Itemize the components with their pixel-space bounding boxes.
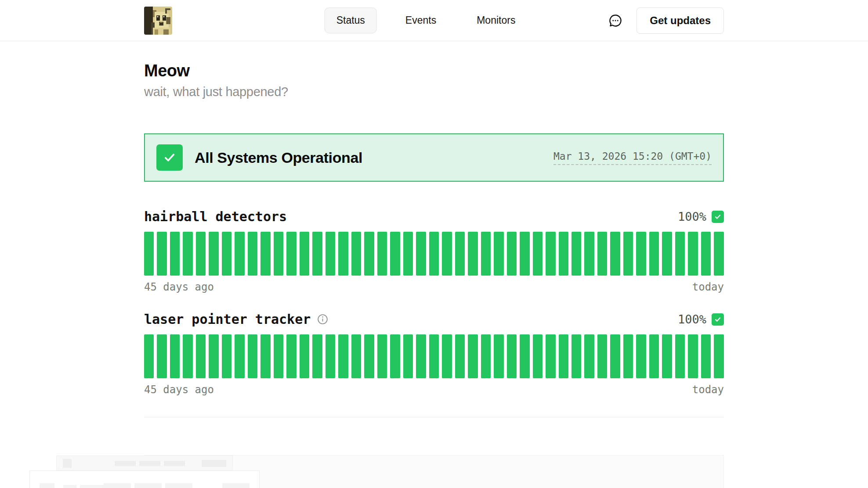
uptime-day-bar[interactable] xyxy=(144,334,154,378)
uptime-day-bar[interactable] xyxy=(675,232,685,276)
uptime-day-bar[interactable] xyxy=(274,232,283,276)
uptime-day-bar[interactable] xyxy=(636,334,646,378)
uptime-day-bar[interactable] xyxy=(675,334,685,378)
uptime-day-bar[interactable] xyxy=(442,232,452,276)
uptime-day-bar[interactable] xyxy=(442,334,452,378)
uptime-day-bar[interactable] xyxy=(183,232,192,276)
uptime-day-bar[interactable] xyxy=(468,232,477,276)
uptime-day-bar[interactable] xyxy=(260,334,270,378)
uptime-day-bar[interactable] xyxy=(559,232,568,276)
uptime-day-bar[interactable] xyxy=(455,232,465,276)
uptime-day-bar[interactable] xyxy=(260,232,270,276)
uptime-day-bar[interactable] xyxy=(429,232,439,276)
uptime-day-bar[interactable] xyxy=(170,334,180,378)
uptime-day-bar[interactable] xyxy=(571,232,581,276)
uptime-day-bar[interactable] xyxy=(416,232,426,276)
uptime-day-bar[interactable] xyxy=(701,334,711,378)
uptime-day-bar[interactable] xyxy=(326,334,335,378)
uptime-day-bar[interactable] xyxy=(688,334,698,378)
uptime-day-bar[interactable] xyxy=(312,334,322,378)
uptime-day-bar[interactable] xyxy=(455,334,465,378)
uptime-day-bar[interactable] xyxy=(623,232,633,276)
uptime-day-bar[interactable] xyxy=(559,334,568,378)
shocked-cat-logo[interactable] xyxy=(144,7,172,35)
uptime-day-bar[interactable] xyxy=(403,334,413,378)
range-start-label: 45 days ago xyxy=(144,281,214,293)
uptime-day-bar[interactable] xyxy=(714,232,723,276)
uptime-day-bar[interactable] xyxy=(429,334,439,378)
uptime-day-bar[interactable] xyxy=(300,232,309,276)
uptime-day-bar[interactable] xyxy=(364,334,374,378)
tab-status[interactable]: Status xyxy=(325,7,377,33)
info-icon[interactable] xyxy=(317,313,329,325)
uptime-day-bar[interactable] xyxy=(157,232,166,276)
uptime-day-bar[interactable] xyxy=(520,334,529,378)
uptime-day-bar[interactable] xyxy=(533,232,542,276)
uptime-day-bar[interactable] xyxy=(274,334,283,378)
uptime-day-bar[interactable] xyxy=(649,232,659,276)
uptime-day-bar[interactable] xyxy=(183,334,192,378)
uptime-day-bar[interactable] xyxy=(584,334,594,378)
speech-bubble-dots-icon xyxy=(608,13,623,28)
uptime-day-bar[interactable] xyxy=(636,232,646,276)
uptime-day-bar[interactable] xyxy=(494,232,503,276)
uptime-day-bar[interactable] xyxy=(144,232,154,276)
uptime-day-bar[interactable] xyxy=(196,334,206,378)
uptime-day-bar[interactable] xyxy=(326,232,335,276)
uptime-day-bar[interactable] xyxy=(377,334,387,378)
uptime-day-bar[interactable] xyxy=(338,334,348,378)
uptime-day-bar[interactable] xyxy=(196,232,206,276)
uptime-day-bar[interactable] xyxy=(235,334,244,378)
uptime-day-bar[interactable] xyxy=(170,232,180,276)
uptime-day-bar[interactable] xyxy=(546,334,555,378)
uptime-day-bar[interactable] xyxy=(714,334,723,378)
uptime-day-bar[interactable] xyxy=(507,334,517,378)
uptime-day-bar[interactable] xyxy=(623,334,633,378)
uptime-day-bar[interactable] xyxy=(222,232,231,276)
uptime-day-bar[interactable] xyxy=(494,334,503,378)
tab-monitors[interactable]: Monitors xyxy=(465,7,527,33)
uptime-day-bar[interactable] xyxy=(300,334,309,378)
uptime-day-bar[interactable] xyxy=(209,232,218,276)
uptime-day-bar[interactable] xyxy=(597,232,607,276)
tab-events[interactable]: Events xyxy=(394,7,448,33)
uptime-day-bar[interactable] xyxy=(533,334,542,378)
uptime-day-bar[interactable] xyxy=(312,232,322,276)
uptime-day-bar[interactable] xyxy=(222,334,231,378)
uptime-day-bar[interactable] xyxy=(390,334,400,378)
uptime-day-bar[interactable] xyxy=(481,232,491,276)
uptime-day-bar[interactable] xyxy=(649,334,659,378)
banner-timestamp[interactable]: Mar 13, 2026 15:20 (GMT+0) xyxy=(553,151,712,165)
uptime-day-bar[interactable] xyxy=(546,232,555,276)
uptime-day-bar[interactable] xyxy=(468,334,477,378)
uptime-day-bar[interactable] xyxy=(248,232,257,276)
uptime-day-bar[interactable] xyxy=(403,232,413,276)
uptime-day-bar[interactable] xyxy=(286,232,296,276)
uptime-day-bar[interactable] xyxy=(481,334,491,378)
uptime-day-bar[interactable] xyxy=(610,232,620,276)
uptime-day-bar[interactable] xyxy=(248,334,257,378)
uptime-day-bar[interactable] xyxy=(351,334,361,378)
uptime-day-bar[interactable] xyxy=(571,334,581,378)
uptime-day-bar[interactable] xyxy=(520,232,529,276)
uptime-day-bar[interactable] xyxy=(351,232,361,276)
uptime-day-bar[interactable] xyxy=(597,334,607,378)
uptime-day-bar[interactable] xyxy=(157,334,166,378)
uptime-day-bar[interactable] xyxy=(209,334,218,378)
uptime-day-bar[interactable] xyxy=(584,232,594,276)
get-updates-button[interactable]: Get updates xyxy=(637,7,724,34)
uptime-day-bar[interactable] xyxy=(701,232,711,276)
uptime-day-bar[interactable] xyxy=(610,334,620,378)
uptime-day-bar[interactable] xyxy=(416,334,426,378)
uptime-day-bar[interactable] xyxy=(688,232,698,276)
uptime-day-bar[interactable] xyxy=(364,232,374,276)
uptime-day-bar[interactable] xyxy=(286,334,296,378)
uptime-day-bar[interactable] xyxy=(662,232,672,276)
uptime-day-bar[interactable] xyxy=(507,232,517,276)
uptime-day-bar[interactable] xyxy=(390,232,400,276)
feedback-chat-button[interactable] xyxy=(608,13,623,29)
uptime-day-bar[interactable] xyxy=(662,334,672,378)
uptime-day-bar[interactable] xyxy=(338,232,348,276)
uptime-day-bar[interactable] xyxy=(235,232,244,276)
uptime-day-bar[interactable] xyxy=(377,232,387,276)
